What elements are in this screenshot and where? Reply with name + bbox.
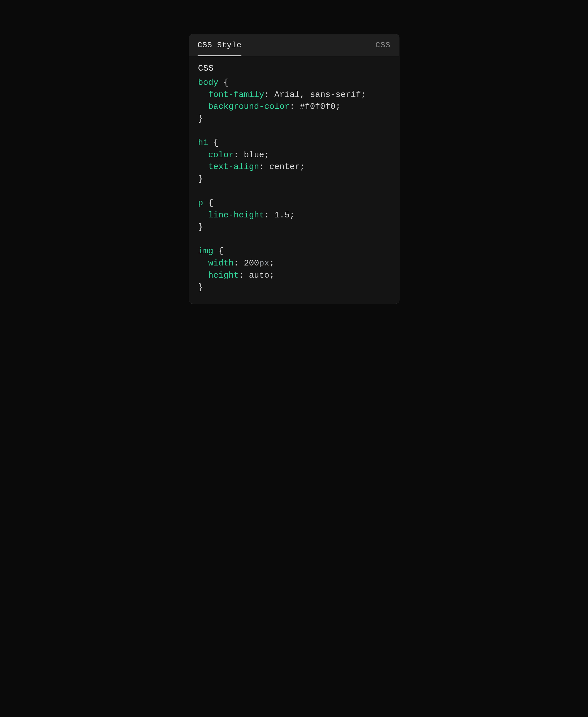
code-token: ;: [300, 162, 305, 172]
code-token: }: [198, 174, 203, 184]
code-token: [213, 246, 218, 256]
code-token: :: [264, 90, 269, 100]
code-token: :: [239, 271, 244, 280]
code-token: }: [198, 282, 203, 292]
tab-css-style[interactable]: CSS Style: [197, 34, 242, 56]
code-panel: CSS Style CSS CSS body { font-family: Ar…: [189, 34, 399, 304]
code-token: line-height: [208, 210, 264, 220]
code-token: [198, 102, 208, 111]
tab-label: CSS Style: [197, 41, 242, 49]
code-token: [264, 162, 269, 172]
code-token: center: [269, 162, 300, 172]
code-token: [239, 150, 244, 160]
code-token: ;: [290, 210, 295, 220]
code-token: h1: [198, 138, 208, 148]
code-token: background-color: [208, 102, 290, 111]
code-token: [198, 210, 208, 220]
code-token: {: [224, 78, 229, 87]
code-token: }: [198, 222, 203, 232]
code-token: :: [290, 102, 295, 111]
code-token: :: [264, 210, 269, 220]
code-token: {: [213, 138, 218, 148]
code-token: [295, 102, 300, 111]
code-token: [203, 198, 208, 208]
code-token: #f0f0f0: [300, 102, 336, 111]
panel-body: CSS body { font-family: Arial, sans-seri…: [189, 56, 399, 304]
code-token: px: [259, 258, 269, 268]
code-token: [208, 138, 213, 148]
code-token: ;: [264, 150, 269, 160]
code-token: :: [234, 258, 239, 268]
code-token: [198, 150, 208, 160]
code-token: [198, 162, 208, 172]
code-token: auto: [249, 271, 269, 280]
code-token: :: [259, 162, 264, 172]
code-token: ,: [300, 90, 305, 100]
code-token: {: [218, 246, 224, 256]
code-token: [239, 258, 244, 268]
code-token: [269, 90, 274, 100]
code-token: :: [234, 150, 239, 160]
code-token: img: [198, 246, 213, 256]
code-token: ;: [361, 90, 366, 100]
code-token: 200: [244, 258, 259, 268]
code-token: height: [208, 271, 239, 280]
code-token: ;: [269, 271, 274, 280]
code-block[interactable]: body { font-family: Arial, sans-serif; b…: [198, 77, 390, 294]
code-token: [269, 210, 274, 220]
panel-header: CSS Style CSS: [189, 34, 399, 56]
code-token: p: [198, 198, 203, 208]
code-token: [198, 271, 208, 280]
code-token: [244, 271, 249, 280]
code-token: }: [198, 114, 203, 124]
language-badge: CSS: [375, 41, 391, 49]
code-token: [198, 258, 208, 268]
code-token: sans-serif: [310, 90, 361, 100]
code-body-title: CSS: [198, 64, 390, 73]
code-token: 1.5: [274, 210, 290, 220]
code-token: body: [198, 78, 218, 87]
code-token: Arial: [274, 90, 300, 100]
code-token: ;: [269, 258, 274, 268]
code-token: [198, 90, 208, 100]
language-badge-text: CSS: [375, 41, 391, 49]
code-token: {: [208, 198, 213, 208]
code-token: [218, 78, 224, 87]
code-token: text-align: [208, 162, 259, 172]
code-token: font-family: [208, 90, 264, 100]
code-token: [305, 90, 310, 100]
code-token: ;: [336, 102, 341, 111]
code-token: color: [208, 150, 234, 160]
code-token: width: [208, 258, 234, 268]
code-token: blue: [244, 150, 264, 160]
